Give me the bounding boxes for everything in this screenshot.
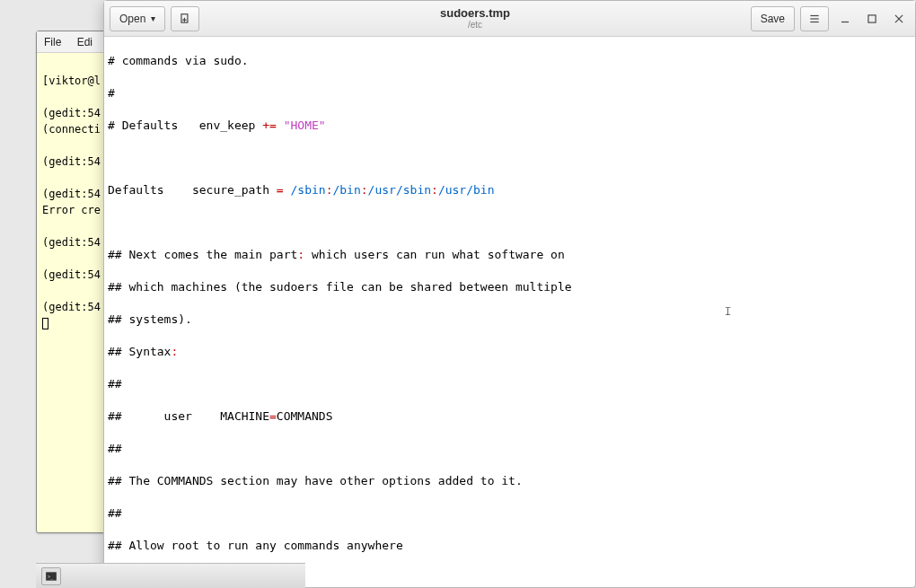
hamburger-menu-button[interactable]	[800, 6, 829, 31]
code-line	[108, 215, 912, 231]
close-icon	[893, 13, 905, 25]
svg-rect-7	[868, 14, 876, 22]
svg-text:>_: >_	[48, 573, 54, 579]
code-line: ## Syntax:	[108, 344, 912, 360]
terminal-line: (gedit:54	[42, 188, 101, 200]
terminal-prompt: [viktor@l	[42, 75, 101, 87]
terminal-line: (gedit:54	[42, 155, 101, 168]
terminal-line: Error cre	[42, 204, 101, 216]
terminal-line: (gedit:54	[42, 107, 101, 119]
taskbar-terminal-button[interactable]: >_	[41, 567, 61, 585]
terminal-icon: >_	[45, 570, 57, 583]
taskbar: >_	[36, 563, 305, 588]
terminal-cursor	[42, 318, 48, 329]
gedit-window: Open ▾ sudoers.tmp /etc Save	[103, 0, 916, 588]
code-line: ## systems).	[108, 312, 912, 328]
open-button[interactable]: Open ▾	[110, 6, 165, 31]
new-tab-button[interactable]	[171, 6, 199, 31]
save-button-label: Save	[761, 13, 785, 25]
hamburger-icon	[808, 13, 821, 25]
terminal-line: (gedit:54	[42, 268, 101, 281]
code-line: ##	[108, 505, 912, 522]
headerbar: Open ▾ sudoers.tmp /etc Save	[104, 1, 915, 37]
text-editor[interactable]: # commands via sudo. # # Defaults env_ke…	[104, 37, 915, 587]
menu-edit[interactable]: Edi	[77, 36, 92, 48]
new-document-icon	[179, 13, 191, 25]
terminal-line: (connecti	[42, 123, 101, 136]
save-button[interactable]: Save	[751, 6, 795, 31]
window-close-button[interactable]	[888, 8, 910, 30]
code-line: ## The COMMANDS section may have other o…	[108, 473, 912, 489]
code-line: # commands via sudo.	[108, 53, 912, 69]
code-line: ## Allow root to run any commands anywhe…	[108, 538, 912, 554]
code-line: ## Next comes the main part: which users…	[108, 247, 912, 263]
maximize-icon	[866, 13, 878, 25]
code-line: Defaults secure_path = /sbin:/bin:/usr/s…	[108, 182, 912, 198]
code-line: ## which machines (the sudoers file can …	[108, 279, 912, 295]
window-maximize-button[interactable]	[861, 8, 883, 30]
code-line: ##	[108, 441, 912, 457]
document-subtitle: /etc	[205, 20, 744, 30]
code-line: #	[108, 85, 912, 101]
terminal-line: (gedit:54	[42, 236, 101, 249]
window-minimize-button[interactable]	[834, 8, 856, 30]
menu-file[interactable]: File	[44, 36, 61, 48]
code-line: # Defaults env_keep += "HOME"	[108, 118, 912, 134]
code-line: ## user MACHINE=COMMANDS	[108, 408, 912, 425]
document-title: sudoers.tmp	[205, 7, 744, 20]
minimize-icon	[839, 13, 851, 25]
title-area: sudoers.tmp /etc	[205, 7, 744, 30]
code-line	[108, 150, 912, 166]
open-button-label: Open	[119, 13, 145, 25]
chevron-down-icon: ▾	[151, 13, 155, 23]
code-line: ##	[108, 376, 912, 392]
terminal-line: (gedit:54	[42, 301, 101, 313]
